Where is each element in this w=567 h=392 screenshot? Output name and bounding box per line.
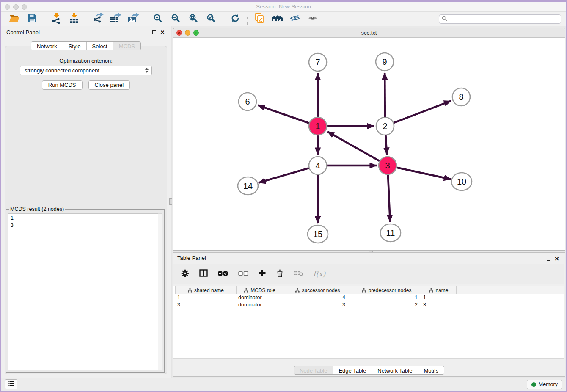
node-6[interactable]: 6 [239,93,256,110]
memory-button[interactable]: Memory [527,380,562,389]
delete-table-button[interactable] [294,269,303,279]
import-table-button[interactable] [67,13,81,25]
node-4[interactable]: 4 [309,157,327,174]
split-view-button[interactable] [199,269,208,279]
open-file-button[interactable] [8,13,21,25]
search-field[interactable] [439,14,561,24]
tab-style[interactable]: Style [63,42,87,50]
export-table-icon [110,13,122,25]
node-10[interactable]: 10 [451,173,472,190]
network-window-title: scc.txt [173,30,565,36]
close-table-panel-icon[interactable]: ✕ [554,256,560,262]
column-header-mcds-role[interactable]: MCDS role [236,286,283,294]
table-row[interactable]: 1dominator411 [175,294,564,301]
tab-select[interactable]: Select [87,42,113,50]
close-panel-button[interactable]: Close panel [88,80,130,90]
import-network-button[interactable] [50,13,63,25]
save-session-button[interactable] [25,13,39,25]
toolbar-separator [247,14,248,25]
table-cell[interactable]: 4 [283,294,352,301]
import-table-icon [69,13,80,25]
zoom-fit-button[interactable] [187,13,200,25]
edge-4-14[interactable] [259,168,309,183]
export-network-button[interactable] [91,13,105,25]
network-window-titlebar: ✕ – + scc.txt [173,28,565,38]
svg-text:15: 15 [313,229,322,239]
delete-column-button[interactable] [276,269,284,279]
memory-label: Memory [539,381,558,387]
create-column-button[interactable] [259,269,266,279]
open-folder-icon [9,14,20,25]
tab-edge-table[interactable]: Edge Table [333,366,372,374]
table-cell[interactable]: 1 [352,294,421,301]
run-mcds-button[interactable]: Run MCDS [42,80,83,90]
edge-3-11[interactable] [388,175,390,222]
edge-3-10[interactable] [396,168,451,179]
select-all-button[interactable] [218,269,228,279]
float-table-panel-icon[interactable] [545,256,551,262]
zoom-in-button[interactable] [151,13,165,25]
table-settings-button[interactable] [181,269,189,279]
table-cell[interactable]: dominator [236,294,283,301]
hide-selected-button[interactable] [288,13,302,25]
export-image-button[interactable] [127,13,140,25]
table-body: 1dominator4113dominator323 [173,294,564,309]
table-cell[interactable]: 1 [421,294,457,301]
export-image-icon [127,13,140,25]
node-9[interactable]: 9 [376,53,394,71]
tab-mcds[interactable]: MCDS [113,42,140,50]
edge-3-1[interactable] [328,132,380,161]
edge-2-8[interactable] [394,101,451,123]
toolbar-separator [223,14,223,25]
table-cell[interactable]: 3 [421,301,457,309]
node-11[interactable]: 11 [380,224,401,242]
node-2[interactable]: 2 [376,117,394,135]
table-cell[interactable]: 3 [283,301,352,309]
control-panel-title: Control Panel [6,29,40,36]
deselect-all-button[interactable] [238,269,248,279]
tab-network-table[interactable]: Network Table [372,366,418,374]
tab-node-table[interactable]: Node Table [294,366,333,374]
column-header-successor-nodes[interactable]: successor nodes [283,286,352,294]
node-14[interactable]: 14 [238,177,258,195]
task-history-button[interactable] [5,379,17,389]
node-1[interactable]: 1 [309,117,327,135]
gear-icon [181,269,189,279]
node-7[interactable]: 7 [309,53,327,71]
function-builder-button[interactable]: f(x) [313,269,325,279]
table-cell[interactable]: 2 [352,301,421,309]
table-cell[interactable]: 3 [175,301,236,309]
first-neighbors-button[interactable] [270,13,284,25]
column-header-name[interactable]: name [421,286,457,294]
table-row[interactable]: 3dominator323 [175,301,564,309]
zoom-out-button[interactable] [169,13,182,25]
node-8[interactable]: 8 [452,88,470,106]
mcds-result-list: 13 [8,213,162,370]
mcds-result-title: MCDS result (2 nodes) [9,206,65,212]
mcds-result-box: MCDS result (2 nodes) 13 [6,209,165,373]
mcds-result-scrollbar[interactable] [158,213,162,370]
close-panel-icon[interactable]: ✕ [160,29,165,35]
refresh-layout-button[interactable] [228,13,242,25]
tab-network[interactable]: Network [31,42,63,50]
edge-2-3[interactable] [385,135,387,155]
show-all-button[interactable] [306,13,319,25]
edge-1-6[interactable] [258,105,309,123]
zoom-selected-button[interactable] [204,13,218,25]
unchecked-boxes-icon [238,270,248,278]
tab-motifs[interactable]: Motifs [418,366,444,374]
network-canvas[interactable]: 1234678910111415 [173,38,565,250]
optimization-criterion-label: Optimization criterion: [1,58,171,64]
table-cell[interactable]: dominator [236,301,283,309]
float-panel-icon[interactable] [151,29,157,35]
node-15[interactable]: 15 [308,225,328,243]
node-3[interactable]: 3 [379,157,396,174]
search-input[interactable] [449,16,559,22]
export-table-button[interactable] [109,13,123,25]
column-header-predecessor-nodes[interactable]: predecessor nodes [352,286,421,294]
optimization-criterion-dropdown[interactable]: strongly connected component [20,66,152,75]
edge-2-9[interactable] [385,73,385,117]
column-header-shared-name[interactable]: shared name [175,286,236,294]
table-cell[interactable]: 1 [175,294,236,301]
new-network-from-selection-button[interactable] [253,13,266,25]
